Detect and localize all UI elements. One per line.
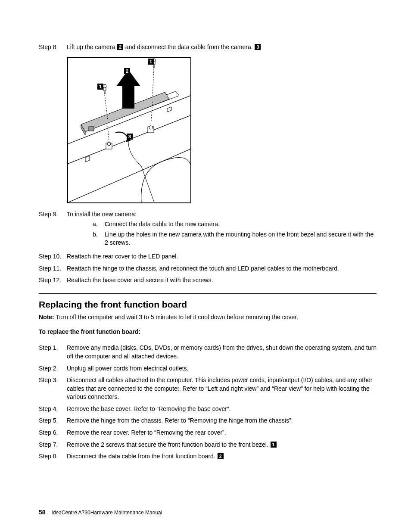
page-number: 58 (39, 509, 46, 516)
b-step-8-label: Step 8. (39, 452, 67, 461)
step-9b-text: Line up the holes in the new camera with… (105, 230, 377, 247)
b-step-5-row: Step 5. Remove the hinge from the chassi… (39, 417, 377, 425)
svg-point-8 (149, 126, 153, 129)
b-step-1-label: Step 1. (39, 344, 67, 361)
figure-callout-3: 3 (127, 134, 133, 140)
figure-callout-1a: 1 (97, 84, 103, 90)
diagram-svg (68, 58, 190, 202)
figure-callout-2: 2 (124, 68, 130, 74)
callout-icon: 2 (117, 44, 123, 50)
step-12-row: Step 12. Reattach the base cover and sec… (39, 276, 377, 285)
step-9a-row: a. Connect the data cable to the new cam… (93, 220, 377, 229)
figure-box: 1 1 2 3 (67, 57, 191, 203)
b-step-7-body: Remove the 2 screws that secure the fron… (67, 441, 377, 449)
b-step-3-label: Step 3. (39, 376, 67, 401)
b-step-3-row: Step 3. Disconnect all cables attached t… (39, 376, 377, 401)
step-9-body: To install the new camera: a. Connect th… (67, 210, 377, 249)
step-9-label: Step 9. (39, 210, 67, 249)
b-step-4-text: Remove the base cover. Refer to “Removin… (67, 405, 377, 414)
figure-callout-1b: 1 (148, 59, 154, 65)
step-10-label: Step 10. (39, 252, 67, 261)
section-divider (39, 293, 377, 294)
step-8-row: Step 8. Lift up the camera 2 and disconn… (39, 43, 377, 52)
step-8-text-b: and disconnect the data cable from the c… (124, 44, 255, 50)
b-step-5-label: Step 5. (39, 417, 67, 425)
svg-line-13 (153, 69, 154, 96)
b-step-5-text: Remove the hinge from the chassis. Refer… (67, 417, 377, 425)
footer-title: IdeaCentre A730Hardware Maintenance Manu… (52, 510, 162, 516)
b-step-8-text: Disconnect the data cable from the front… (67, 453, 217, 460)
step-12-label: Step 12. (39, 276, 67, 285)
b-step-8-row: Step 8. Disconnect the data cable from t… (39, 452, 377, 461)
note-line: Note: Turn off the computer and wait 3 t… (39, 313, 377, 322)
b-step-1-text: Remove any media (disks, CDs, DVDs, or m… (67, 344, 377, 361)
b-step-2-label: Step 2. (39, 364, 67, 373)
b-step-6-label: Step 6. (39, 429, 67, 437)
step-9b-label: b. (93, 230, 105, 247)
step-8-label: Step 8. (39, 43, 67, 52)
step-9-intro: To install the new camera: (67, 210, 377, 219)
b-step-2-text: Unplug all power cords from electrical o… (67, 364, 377, 373)
svg-marker-15 (116, 70, 140, 109)
note-text: Turn off the computer and wait 3 to 5 mi… (54, 314, 298, 320)
b-step-1-row: Step 1. Remove any media (disks, CDs, DV… (39, 344, 377, 361)
procedure-title: To replace the front function board: (39, 328, 377, 336)
b-step-2-row: Step 2. Unplug all power cords from elec… (39, 364, 377, 373)
step-9-row: Step 9. To install the new camera: a. Co… (39, 210, 377, 249)
svg-point-6 (107, 142, 111, 146)
b-step-3-text: Disconnect all cables attached to the co… (67, 376, 377, 401)
step-12-text: Reattach the base cover and secure it wi… (67, 276, 377, 285)
b-step-6-row: Step 6. Remove the rear cover. Refer to … (39, 429, 377, 437)
b-step-7-row: Step 7. Remove the 2 screws that secure … (39, 441, 377, 449)
step-9a-text: Connect the data cable to the new camera… (105, 220, 220, 229)
page-footer: 58IdeaCentre A730Hardware Maintenance Ma… (39, 508, 377, 517)
step-10-text: Reattach the rear cover to the LED panel… (67, 252, 377, 261)
step-8-body: Lift up the camera 2 and disconnect the … (67, 43, 377, 52)
step-9a-label: a. (93, 220, 105, 229)
step-9b-row: b. Line up the holes in the new camera w… (93, 230, 377, 247)
note-label: Note: (39, 314, 54, 320)
step-8-text-a: Lift up the camera (67, 44, 117, 50)
b-step-8-body: Disconnect the data cable from the front… (67, 452, 377, 461)
b-step-7-text: Remove the 2 screws that secure the fron… (67, 441, 270, 448)
section-title: Replacing the front function board (39, 298, 377, 311)
step-11-row: Step 11. Reattach the hinge to the chass… (39, 264, 377, 273)
step-11-label: Step 11. (39, 264, 67, 273)
b-step-4-row: Step 4. Remove the base cover. Refer to … (39, 405, 377, 414)
b-step-4-label: Step 4. (39, 405, 67, 414)
b-step-6-text: Remove the rear cover. Refer to “Removin… (67, 429, 377, 437)
callout-icon: 1 (271, 442, 277, 448)
figure-wrap: 1 1 2 3 (67, 57, 377, 203)
svg-rect-17 (89, 127, 94, 131)
step-10-row: Step 10. Reattach the rear cover to the … (39, 252, 377, 261)
step-11-text: Reattach the hinge to the chassis, and r… (67, 264, 377, 273)
callout-icon: 3 (255, 44, 261, 50)
b-step-7-label: Step 7. (39, 441, 67, 449)
svg-point-9 (103, 84, 106, 88)
callout-icon: 2 (218, 453, 224, 459)
